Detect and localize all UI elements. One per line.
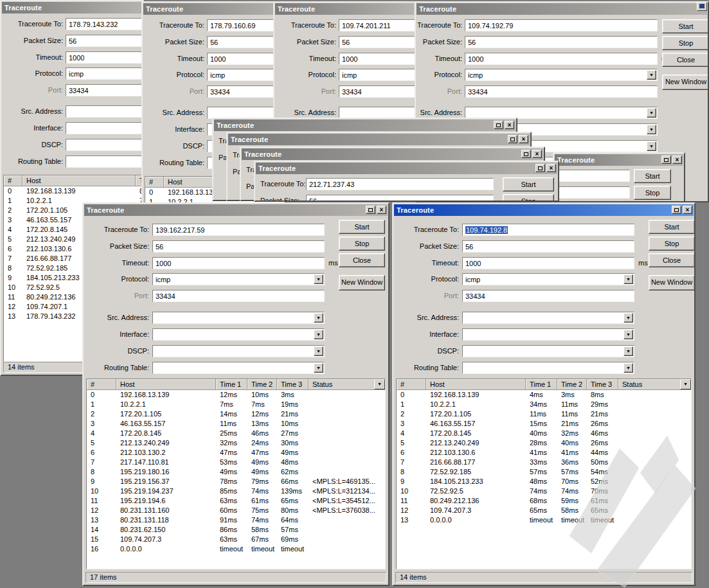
traceroute-to-input[interactable]: 109.74.201.211	[339, 19, 416, 31]
col-header-host[interactable]: Host	[426, 379, 526, 390]
dropdown-icon[interactable]: ▼	[624, 274, 633, 284]
table-row[interactable]: 11195.219.194.663ms61ms65ms<MPLS:L=35451…	[87, 496, 385, 506]
new-window-button[interactable]: New Window	[662, 75, 709, 90]
table-row[interactable]: 0192.168.13.1398ms	[4, 186, 145, 196]
timeout-input[interactable]: 1000	[465, 53, 658, 65]
stop-button[interactable]: Stop	[634, 186, 671, 200]
new-window-button[interactable]: New Window	[339, 275, 385, 290]
traceroute-to-input[interactable]: 109.74.192.8	[462, 224, 634, 236]
src-address-select[interactable]: ▼	[152, 312, 325, 324]
table-row[interactable]: 7217.147.110.8153ms49ms48ms	[87, 458, 385, 467]
traceroute-to-input[interactable]	[558, 170, 630, 182]
packet-size-input[interactable]: 56	[66, 35, 145, 47]
dropdown-icon[interactable]: ▼	[647, 108, 656, 118]
dropdown-icon[interactable]: ▼	[314, 274, 323, 284]
table-row[interactable]: 5212.13.240.24932ms24ms30ms	[87, 438, 385, 448]
dropdown-icon[interactable]: ▼	[314, 346, 323, 356]
table-row[interactable]: 5212.13.240.24928ms40ms26ms	[397, 438, 691, 448]
stop-button[interactable]: Stop	[339, 236, 385, 251]
close-icon[interactable]: ×	[683, 206, 692, 214]
dscp-select[interactable]: ▼	[462, 345, 634, 357]
dropdown-icon[interactable]: ▼	[647, 125, 656, 134]
table-row[interactable]: 2172.20.1.10511ms11ms21ms	[397, 409, 691, 419]
col-header-time3[interactable]: Time 3	[587, 379, 618, 390]
dropdown-icon[interactable]: ▼	[624, 330, 633, 339]
table-row[interactable]: 6212.103.130.247ms47ms49ms	[87, 448, 385, 458]
titlebar[interactable]: Traceroute ×	[555, 154, 683, 166]
dscp-select[interactable]	[66, 139, 145, 151]
table-row[interactable]: 872.52.92.18557ms57ms54ms	[397, 467, 691, 477]
routing-table-select[interactable]	[66, 156, 145, 168]
dropdown-icon[interactable]: ▼	[647, 70, 656, 80]
table-row[interactable]: 1480.231.62.15086ms58ms57ms	[87, 525, 385, 535]
close-icon[interactable]: ×	[672, 156, 682, 164]
packet-size-input[interactable]: 56	[462, 240, 634, 253]
titlebar[interactable]: Traceroute ×	[242, 148, 543, 160]
col-header-time1[interactable]: Time 1	[526, 379, 557, 390]
col-header-time3[interactable]: Time 3	[277, 379, 309, 390]
table-row[interactable]: 1072.52.92.574ms74ms70ms	[397, 486, 691, 496]
dropdown-icon[interactable]: ▼	[624, 313, 633, 323]
col-header-num[interactable]: #	[145, 177, 164, 188]
close-icon[interactable]: ×	[377, 206, 386, 214]
table-row[interactable]: 12109.74.207.365ms58ms65ms	[397, 506, 691, 515]
col-header-host[interactable]: Host	[116, 379, 216, 390]
timeout-input[interactable]: 1000	[66, 51, 145, 64]
routing-table-select[interactable]: ▼	[152, 362, 325, 374]
stop-button[interactable]: Stop	[662, 36, 709, 50]
undock-icon[interactable]	[535, 164, 545, 172]
titlebar[interactable]: Traceroute	[143, 3, 284, 15]
packet-size-input[interactable]: 56	[339, 36, 416, 48]
table-row[interactable]: 2172.20.1.10514ms12ms21ms	[87, 409, 385, 419]
timeout-input[interactable]: 1000	[339, 53, 416, 65]
table-row[interactable]: 7216.66.88.17733ms36ms50ms	[397, 458, 691, 467]
table-row[interactable]: 1280.231.131.16060ms75ms80ms<MPLS:L=3760…	[87, 506, 385, 515]
table-row[interactable]: 0192.168.13.1394ms3ms8ms	[397, 390, 691, 400]
packet-size-input[interactable]: 56	[306, 195, 494, 202]
port-input[interactable]: 33434	[465, 85, 658, 98]
start-button[interactable]: Start	[339, 220, 385, 234]
dropdown-icon[interactable]: ▼	[314, 313, 323, 323]
table-row[interactable]: 9195.219.156.3778ms79ms66ms<MPLS:L=46913…	[87, 477, 385, 486]
undock-icon[interactable]	[366, 206, 375, 214]
titlebar[interactable]: Traceroute	[275, 3, 414, 15]
dropdown-icon[interactable]: ▼	[624, 363, 633, 373]
table-row[interactable]: 130.0.0.0timeouttimeouttimeout	[397, 515, 691, 525]
protocol-select[interactable]: icmp▼	[465, 69, 658, 81]
src-address-select[interactable]	[66, 105, 145, 118]
traceroute-to-input[interactable]: 109.74.192.79	[465, 19, 658, 31]
table-row[interactable]: 9184.105.213.23348ms70ms52ms	[397, 477, 691, 486]
routing-table-select[interactable]: ▼	[462, 362, 634, 374]
table-row[interactable]: 10195.219.194.23785ms74ms139ms<MPLS:L=31…	[87, 486, 385, 496]
table-row[interactable]: 6212.103.130.641ms41ms44ms	[397, 448, 691, 458]
stop-button[interactable]: Stop	[503, 194, 554, 202]
titlebar[interactable]: Traceroute	[2, 2, 143, 13]
undock-icon[interactable]	[521, 150, 531, 158]
close-icon[interactable]: ×	[505, 121, 514, 129]
col-header-time2[interactable]: Time 2	[247, 379, 277, 390]
titlebar[interactable]: Traceroute ×	[84, 204, 388, 216]
titlebar[interactable]: Traceroute ×	[256, 163, 557, 174]
col-header-host[interactable]: Host	[22, 175, 136, 186]
col-header-num[interactable]: #	[397, 379, 426, 390]
close-button[interactable]: Close	[339, 253, 385, 267]
packet-size-input[interactable]: 56	[152, 240, 325, 253]
src-address-select[interactable]: ▼	[462, 312, 634, 324]
interface-select[interactable]	[66, 122, 145, 134]
port-input[interactable]: 33434	[152, 290, 325, 302]
close-button[interactable]: Close	[662, 53, 709, 67]
traceroute-to-input[interactable]: 139.162.217.59	[152, 224, 325, 236]
table-row[interactable]: 4172.20.8.14540ms32ms46ms	[397, 429, 691, 438]
column-select-icon[interactable]: ▼	[374, 379, 385, 389]
table-row[interactable]: 346.163.55.15715ms21ms26ms	[397, 419, 691, 429]
table-row[interactable]: 0192.168.13.13912ms10ms3ms	[87, 390, 385, 400]
undock-icon[interactable]	[672, 206, 681, 214]
port-input[interactable]: 33434	[339, 85, 416, 98]
start-button[interactable]: Start	[503, 177, 554, 192]
table-row[interactable]: 15109.74.207.363ms67ms69ms	[87, 535, 385, 544]
traceroute-to-input[interactable]: 178.79.143.232	[66, 18, 145, 30]
close-icon[interactable]: ×	[519, 135, 528, 143]
timeout-input[interactable]: 1000	[152, 257, 325, 269]
table-row[interactable]: 110.2.2.134ms11ms29ms	[397, 400, 691, 409]
close-button[interactable]: Close	[649, 253, 695, 267]
